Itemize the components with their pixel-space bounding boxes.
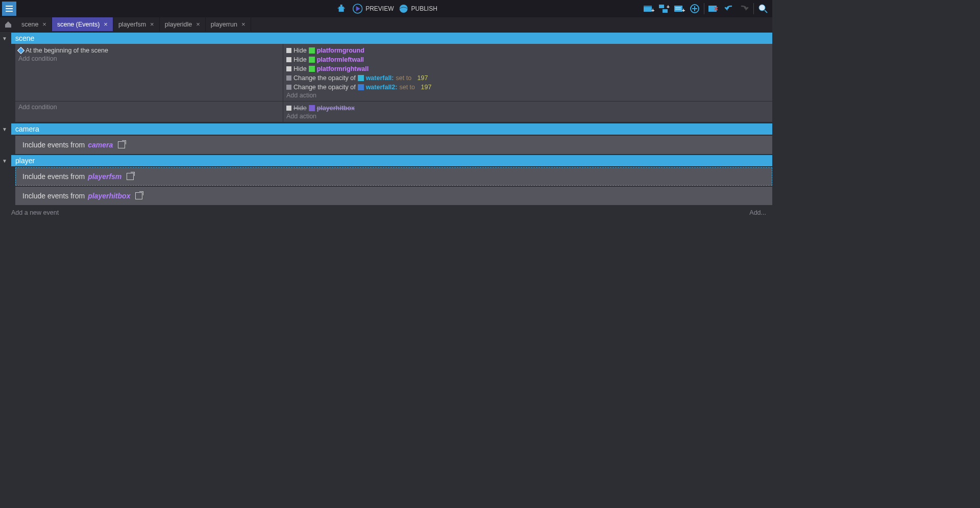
preview-button[interactable]: PREVIEW [352, 4, 394, 14]
delete-icon[interactable] [707, 3, 720, 14]
undo-icon[interactable] [723, 3, 735, 14]
condition[interactable]: At the beginning of the scene [18, 46, 280, 55]
action-disabled[interactable]: Hideplayerhitbox [286, 104, 769, 113]
svg-text:+: + [651, 7, 654, 13]
add-event-icon[interactable]: + [643, 3, 655, 14]
value: 197 [421, 83, 432, 92]
include-link: camera [88, 141, 113, 149]
tab-scene[interactable]: scene× [16, 17, 52, 31]
include-row-playerfsm[interactable]: Include events from playerfsm [15, 167, 772, 186]
object-name: platformleftwall [317, 55, 364, 64]
svg-rect-8 [644, 6, 652, 7]
action-text: Change the opacity of [293, 73, 356, 83]
group-camera: ▼ camera [0, 123, 772, 135]
divider [704, 3, 704, 14]
add-action[interactable]: Add action [286, 113, 769, 120]
menu-icon [5, 4, 14, 13]
events-sheet: ▼ scene At the beginning of the scene Ad… [0, 33, 772, 216]
home-tab[interactable] [0, 17, 16, 31]
svg-rect-0 [338, 7, 344, 12]
add-comment-icon[interactable]: + [673, 3, 685, 14]
include-row-camera[interactable]: Include events from camera [15, 136, 772, 154]
tab-playerrun[interactable]: playerrun× [206, 17, 251, 31]
svg-point-6 [399, 5, 407, 13]
object-swatch [309, 47, 315, 54]
svg-marker-5 [356, 6, 360, 11]
add-subevent-icon[interactable]: + [658, 3, 670, 14]
publish-label: PUBLISH [411, 5, 437, 12]
top-right-toolbar: + + + [643, 3, 769, 14]
close-icon[interactable]: × [196, 20, 200, 28]
close-icon[interactable]: × [42, 20, 46, 28]
include-label: Include events from [22, 172, 85, 181]
top-center: PREVIEW PUBLISH [335, 3, 437, 14]
include-row-playerhitbox[interactable]: Include events from playerhitbox [15, 187, 772, 205]
object-swatch [309, 105, 315, 111]
tab-label: playerfsm [118, 21, 146, 28]
close-icon[interactable]: × [150, 20, 154, 28]
group-scene: ▼ scene [0, 33, 772, 44]
tab-playeridle[interactable]: playeridle× [160, 17, 206, 31]
tab-label: scene (Events) [57, 21, 100, 28]
action-icon [286, 66, 291, 71]
conditions-column[interactable]: At the beginning of the scene Add condit… [15, 44, 283, 101]
redo-icon[interactable] [738, 3, 750, 14]
search-icon[interactable] [757, 3, 769, 14]
actions-column[interactable]: Hideplatformground Hideplatformleftwall … [283, 44, 772, 101]
preview-label: PREVIEW [365, 5, 394, 12]
action-icon [286, 106, 291, 111]
action[interactable]: Hideplatformground [286, 46, 769, 55]
open-external-icon[interactable] [118, 141, 125, 148]
svg-rect-10 [659, 5, 664, 8]
group-header-camera[interactable]: camera [11, 123, 772, 135]
close-icon[interactable]: × [104, 20, 108, 28]
value: 197 [418, 73, 428, 83]
tab-playerfsm[interactable]: playerfsm× [113, 17, 160, 31]
collapse-icon[interactable]: ▼ [2, 126, 7, 132]
add-menu[interactable]: Add... [749, 209, 766, 216]
debug-icon[interactable] [335, 3, 347, 14]
action[interactable]: Hideplatformleftwall [286, 55, 769, 64]
globe-icon [399, 4, 408, 13]
collapse-icon[interactable]: ▼ [2, 158, 7, 164]
actions-column[interactable]: Hideplayerhitbox Add action [283, 101, 772, 122]
object-swatch [358, 84, 364, 90]
conditions-column[interactable]: Add condition [15, 101, 283, 122]
add-new-event[interactable]: Add a new event [11, 209, 59, 216]
event-row: At the beginning of the scene Add condit… [15, 44, 772, 101]
svg-rect-13 [674, 6, 682, 12]
group-header-scene[interactable]: scene [11, 33, 772, 44]
svg-line-24 [765, 10, 767, 13]
collapse-icon[interactable]: ▼ [2, 36, 7, 41]
include-label: Include events from [22, 192, 85, 200]
object-name: platformground [317, 46, 364, 55]
open-external-icon[interactable] [127, 173, 134, 180]
action[interactable]: Change the opacity ofwaterfall2:set to 1… [286, 83, 769, 92]
add-circle-icon[interactable] [689, 3, 701, 14]
object-name: waterfall: [366, 73, 394, 83]
divider [753, 3, 754, 14]
action[interactable]: Hideplatformrightwall [286, 64, 769, 73]
action[interactable]: Change the opacity ofwaterfall:set to 19… [286, 73, 769, 83]
svg-rect-1 [340, 5, 342, 7]
main-menu-button[interactable] [2, 2, 16, 16]
add-condition[interactable]: Add condition [18, 55, 280, 62]
open-external-icon[interactable] [135, 192, 142, 199]
action-verb: Hide [293, 55, 307, 64]
add-action[interactable]: Add action [286, 92, 769, 99]
tab-scene-events[interactable]: scene (Events)× [52, 17, 113, 31]
object-name: playerhitbox [317, 104, 355, 113]
object-swatch [358, 75, 364, 81]
svg-point-23 [759, 5, 765, 11]
action-verb: Hide [293, 104, 307, 113]
include-link: playerfsm [88, 172, 121, 181]
action-icon [286, 85, 291, 90]
group-header-player[interactable]: player [11, 155, 772, 166]
scene-start-icon [17, 47, 24, 54]
tab-label: scene [21, 21, 38, 28]
close-icon[interactable]: × [241, 20, 246, 28]
svg-text:+: + [667, 4, 670, 10]
add-condition[interactable]: Add condition [18, 104, 280, 111]
top-bar: PREVIEW PUBLISH + + + [0, 0, 772, 17]
publish-button[interactable]: PUBLISH [399, 4, 437, 13]
